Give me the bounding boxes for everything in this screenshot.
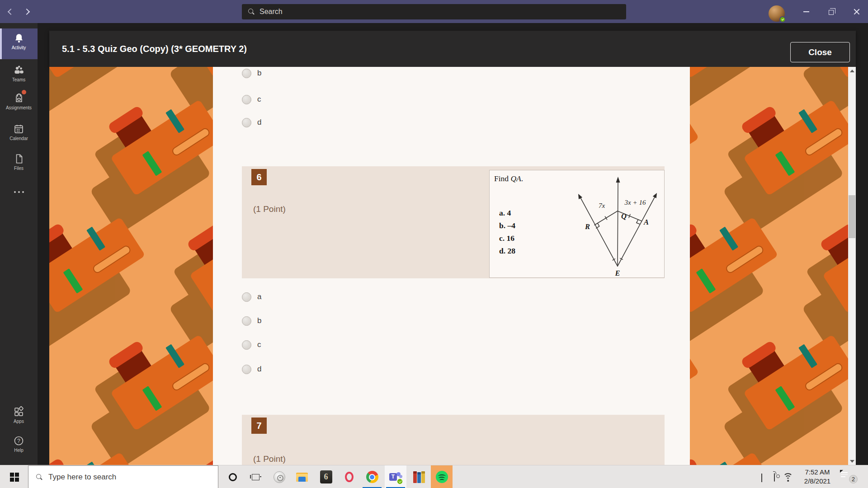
radio-button[interactable] xyxy=(242,316,251,326)
screen: Search Activity Teams xyxy=(0,0,868,488)
rail-item-teams[interactable]: Teams xyxy=(0,65,38,92)
ring-icon xyxy=(229,473,237,481)
meet-now-button[interactable] xyxy=(774,474,775,482)
close-window-button[interactable] xyxy=(846,0,867,23)
quiz-panel: b c d 6 (1 Point) Find QA. xyxy=(213,67,690,465)
close-quiz-button[interactable]: Close xyxy=(790,42,850,62)
point-label-q: Q xyxy=(621,212,627,221)
rail-item-calendar[interactable]: Calendar xyxy=(0,123,38,150)
radio-button[interactable] xyxy=(242,292,251,302)
point-label-a: A xyxy=(643,218,649,226)
taskbar-app-steelseries[interactable] xyxy=(269,465,290,488)
radio-option-row[interactable]: c xyxy=(242,340,261,350)
radio-option-row[interactable]: c xyxy=(242,94,261,104)
taskbar-app-r6[interactable]: 6 xyxy=(315,465,337,488)
winrar-icon xyxy=(413,471,425,483)
teams-titlebar: Search xyxy=(0,0,868,23)
search-icon xyxy=(36,474,43,481)
file-icon xyxy=(13,153,25,165)
ellipsis-icon xyxy=(14,191,16,193)
question-6-block: 6 (1 Point) Find QA. a. 4 b. –4 c. 16 d.… xyxy=(242,166,665,278)
notification-dot xyxy=(22,90,26,94)
help-icon: ? xyxy=(13,435,25,447)
radio-option-row[interactable]: d xyxy=(242,364,261,374)
teams-search-input[interactable]: Search xyxy=(242,4,626,19)
option-label: d xyxy=(257,365,261,374)
avatar[interactable] xyxy=(769,5,785,22)
minimize-icon xyxy=(803,11,809,12)
question-points: (1 Point) xyxy=(253,454,286,464)
taskbar-app-ring[interactable] xyxy=(222,465,244,488)
rail-item-activity[interactable]: Activity xyxy=(0,28,38,59)
radio-button[interactable] xyxy=(242,365,251,374)
option-label: b xyxy=(257,316,261,325)
search-placeholder: Search xyxy=(259,8,283,16)
rail-item-apps[interactable]: Apps xyxy=(0,406,38,433)
triangle-down-icon xyxy=(850,460,854,463)
option-label: a xyxy=(257,292,261,301)
rail-label: Activity xyxy=(0,45,38,50)
search-placeholder: Type here to search xyxy=(48,473,116,482)
taskbar-app-chrome[interactable] xyxy=(361,465,383,488)
radio-option-row[interactable]: a xyxy=(242,292,261,302)
taskbar-app-explorer[interactable] xyxy=(291,465,313,488)
calendar-icon xyxy=(13,123,25,135)
more-apps-button[interactable] xyxy=(0,191,38,193)
question-points: (1 Point) xyxy=(253,204,286,214)
radio-button[interactable] xyxy=(242,118,251,127)
taskbar-app-spotify[interactable] xyxy=(431,465,453,488)
radio-option-row[interactable]: d xyxy=(242,117,261,127)
scrollbar-thumb[interactable] xyxy=(849,195,855,238)
windows-search-input[interactable]: Type here to search xyxy=(28,465,218,488)
chevron-right-icon xyxy=(24,9,30,15)
spotify-icon xyxy=(436,471,448,483)
taskbar-app-opera[interactable] xyxy=(338,465,360,488)
tray-time: 7:52 AM xyxy=(801,468,834,477)
rail-item-help[interactable]: ? Help xyxy=(0,435,38,462)
status-check-icon xyxy=(397,479,403,484)
rail-item-assignments[interactable]: Assignments xyxy=(0,92,38,121)
quiz-title: 5.1 - 5.3 Quiz Geo (Copy) (3* GEOMETRY 2… xyxy=(62,31,247,67)
taskbar-app-teams[interactable]: T xyxy=(385,465,406,488)
radio-option-row[interactable]: b xyxy=(242,316,261,326)
people-icon xyxy=(13,65,25,76)
bell-icon xyxy=(13,33,25,44)
forward-button[interactable] xyxy=(21,6,32,17)
quiz-window: 5.1 - 5.3 Quiz Geo (Copy) (3* GEOMETRY 2… xyxy=(38,23,868,465)
rail-label: Files xyxy=(0,166,38,171)
point-label-r: R xyxy=(585,222,590,231)
notification-badge: 2 xyxy=(849,475,858,483)
radio-button[interactable] xyxy=(242,69,251,78)
back-button[interactable] xyxy=(5,6,16,17)
taskbar-app-winrar[interactable] xyxy=(408,465,430,488)
task-view-button[interactable] xyxy=(245,465,266,488)
radio-button[interactable] xyxy=(242,340,251,350)
radio-option-row[interactable]: b xyxy=(242,68,261,78)
minimize-button[interactable] xyxy=(796,0,816,23)
triangle-up-icon xyxy=(850,70,854,72)
restore-button[interactable] xyxy=(821,0,841,23)
segment-label-right: 3x + 16 xyxy=(624,199,646,206)
start-button[interactable] xyxy=(5,465,24,488)
rail-label: Teams xyxy=(0,77,38,82)
camera-icon xyxy=(774,473,775,482)
tray-expand-button[interactable] xyxy=(761,474,762,483)
question-7-block: 7 (1 Point) xyxy=(242,415,665,465)
scrollbar-up-button[interactable] xyxy=(848,67,856,75)
tray-date: 2/8/2021 xyxy=(801,477,834,486)
rail-label: Assignments xyxy=(0,105,38,110)
tray-clock[interactable]: 7:52 AM 2/8/2021 xyxy=(801,468,834,486)
task-view-icon xyxy=(252,474,259,480)
radio-button[interactable] xyxy=(242,95,251,104)
teams-icon: T xyxy=(389,471,402,483)
scrollbar[interactable] xyxy=(848,67,856,465)
question-number-badge: 7 xyxy=(251,418,267,434)
quiz-content: b c d 6 (1 Point) Find QA. xyxy=(49,67,856,465)
geometry-diagram: 7x 3x + 16 R Q A E xyxy=(490,170,665,278)
folder-icon xyxy=(296,473,308,482)
taskbar: Type here to search 6 T xyxy=(0,465,868,488)
chrome-icon xyxy=(366,471,378,483)
chevron-left-icon xyxy=(8,9,14,15)
scrollbar-down-button[interactable] xyxy=(848,457,856,465)
rail-item-files[interactable]: Files xyxy=(0,153,38,180)
